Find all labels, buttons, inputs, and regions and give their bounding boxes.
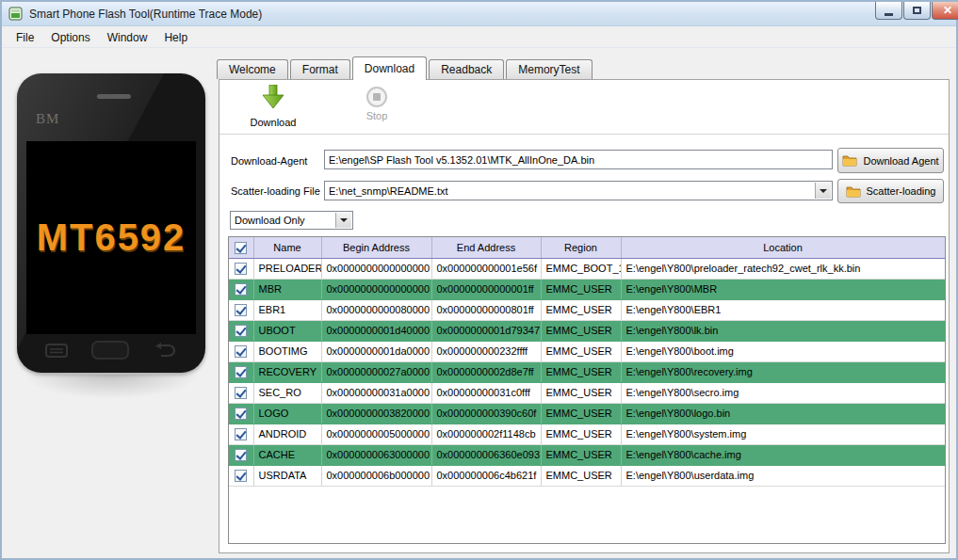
table-row[interactable]: EBR1 0x0000000000080000 0x00000000000801… [229, 299, 945, 320]
row-begin: 0x0000000000000000 [321, 279, 431, 299]
row-end: 0x000000002f1148cb [431, 424, 541, 444]
download-tool-button[interactable]: Download [233, 85, 314, 128]
row-end: 0x0000000002d8e7ff [431, 361, 541, 382]
minimize-button[interactable] [875, 2, 902, 20]
row-name: MBR [253, 279, 321, 299]
table-row[interactable]: USRDATA 0x000000006b000000 0x000000006c4… [229, 465, 945, 486]
row-begin: 0x000000006b000000 [321, 465, 431, 486]
partition-table: Name Begin Address End Address Region Lo… [228, 236, 946, 544]
row-checkbox[interactable] [235, 304, 247, 316]
row-checkbox[interactable] [235, 325, 247, 337]
folder-icon [846, 185, 861, 198]
tab-format[interactable]: Format [290, 59, 350, 79]
download-tool-label: Download [233, 117, 314, 128]
download-arrow-icon [262, 85, 284, 110]
table-row[interactable]: CACHE 0x0000000063000000 0x000000006360e… [229, 444, 945, 465]
row-checkbox[interactable] [235, 366, 247, 378]
row-location: E:\engel\Y800\MBR [621, 279, 945, 299]
stop-tool-button[interactable]: Stop [336, 85, 417, 121]
row-end: 0x000000000001e56f [431, 258, 541, 279]
phone-brand-label: BM [36, 111, 59, 127]
row-name: SEC_RO [253, 382, 321, 403]
phone-speaker [97, 94, 131, 99]
header-end-address: End Address [431, 237, 541, 258]
table-row[interactable]: MBR 0x0000000000000000 0x00000000000001f… [229, 279, 945, 299]
table-row[interactable]: BOOTIMG 0x0000000001da0000 0x00000000023… [229, 341, 945, 361]
download-agent-button-label: Download Agent [863, 155, 938, 167]
header-begin-address: Begin Address [321, 237, 431, 258]
row-location: E:\engel\Y800\userdata.img [621, 465, 945, 486]
row-name: UBOOT [253, 320, 321, 341]
app-window: Smart Phone Flash Tool(Runtime Trace Mod… [0, 0, 958, 560]
menu-window[interactable]: Window [99, 28, 156, 47]
tab-readback[interactable]: Readback [429, 59, 504, 79]
row-begin: 0x0000000001d40000 [321, 320, 431, 341]
row-checkbox[interactable] [235, 283, 247, 296]
row-checkbox[interactable] [235, 408, 247, 420]
header-name: Name [253, 237, 321, 258]
phone-nav-bar [34, 337, 188, 363]
row-checkbox[interactable] [235, 470, 247, 482]
download-agent-input[interactable] [324, 150, 833, 169]
maximize-button[interactable] [903, 2, 931, 20]
table-row[interactable]: ANDROID 0x0000000005000000 0x000000002f1… [229, 424, 945, 444]
window-controls: ✕ [875, 2, 958, 20]
tab-welcome[interactable]: Welcome [217, 59, 288, 79]
scatter-dropdown-button[interactable] [815, 183, 831, 199]
back-key-icon [153, 343, 177, 358]
row-location: E:\engel\Y800\cache.img [621, 444, 945, 465]
table-header-row: Name Begin Address End Address Region Lo… [229, 237, 945, 258]
table-row[interactable]: RECOVERY 0x00000000027a0000 0x0000000002… [229, 361, 945, 382]
phone-screen: MT6592 [26, 141, 196, 334]
row-name: ANDROID [253, 424, 321, 444]
row-end: 0x000000000232ffff [431, 341, 541, 361]
minimize-icon [885, 13, 893, 16]
titlebar: Smart Phone Flash Tool(Runtime Trace Mod… [2, 2, 956, 26]
window-title: Smart Phone Flash Tool(Runtime Trace Mod… [29, 8, 262, 21]
mode-dropdown-button[interactable] [335, 213, 351, 228]
row-checkbox[interactable] [235, 263, 247, 275]
tab-memorytest[interactable]: MemoryTest [506, 59, 592, 79]
row-end: 0x00000000000801ff [431, 299, 541, 320]
table-row[interactable]: SEC_RO 0x00000000031a0000 0x00000000031c… [229, 382, 945, 403]
row-checkbox[interactable] [235, 345, 247, 358]
download-agent-label: Download-Agent [231, 155, 307, 167]
close-button[interactable]: ✕ [932, 2, 958, 20]
row-region: EMMC_USER [541, 444, 621, 465]
chevron-down-icon [340, 218, 348, 222]
toolbar-separator [219, 134, 949, 135]
app-icon [8, 7, 23, 21]
download-mode-combobox[interactable]: Download Only [230, 211, 353, 230]
scatter-file-combobox[interactable]: E:\net_snmp\README.txt [324, 181, 833, 200]
select-all-checkbox[interactable] [235, 242, 247, 254]
row-begin: 0x0000000000080000 [321, 299, 431, 320]
row-checkbox[interactable] [235, 387, 247, 399]
partition-table-body: PRELOADER 0x0000000000000000 0x000000000… [229, 258, 945, 486]
chevron-down-icon [820, 189, 827, 193]
row-location: E:\engel\Y800\boot.img [621, 341, 945, 361]
row-location: E:\engel\Y800\preloader_ratech92_cwet_rl… [621, 258, 945, 279]
folder-icon [842, 154, 857, 167]
table-row[interactable]: UBOOT 0x0000000001d40000 0x0000000001d79… [229, 320, 945, 341]
table-row[interactable]: LOGO 0x0000000003820000 0x000000000390c6… [229, 403, 945, 424]
menu-help[interactable]: Help [155, 28, 196, 47]
table-row[interactable]: PRELOADER 0x0000000000000000 0x000000000… [229, 258, 945, 279]
row-checkbox[interactable] [235, 449, 247, 461]
row-region: EMMC_USER [541, 403, 621, 424]
close-icon: ✕ [943, 4, 952, 17]
row-begin: 0x0000000003820000 [321, 403, 431, 424]
row-region: EMMC_USER [541, 424, 621, 444]
maximize-icon [913, 7, 921, 14]
tab-strip: Welcome Format Download Readback MemoryT… [217, 56, 594, 80]
menu-file[interactable]: File [8, 28, 42, 47]
scatter-loading-button[interactable]: Scatter-loading [837, 179, 944, 203]
download-agent-button[interactable]: Download Agent [837, 148, 944, 173]
row-location: E:\engel\Y800\recovery.img [621, 361, 945, 382]
row-checkbox[interactable] [235, 428, 247, 440]
row-begin: 0x0000000063000000 [321, 444, 431, 465]
row-name: LOGO [253, 403, 321, 424]
menu-options[interactable]: Options [42, 28, 98, 47]
tab-download[interactable]: Download [352, 56, 427, 80]
row-region: EMMC_USER [541, 341, 621, 361]
download-tab-panel: Download Stop Download-Agent Download Ag… [219, 79, 950, 553]
